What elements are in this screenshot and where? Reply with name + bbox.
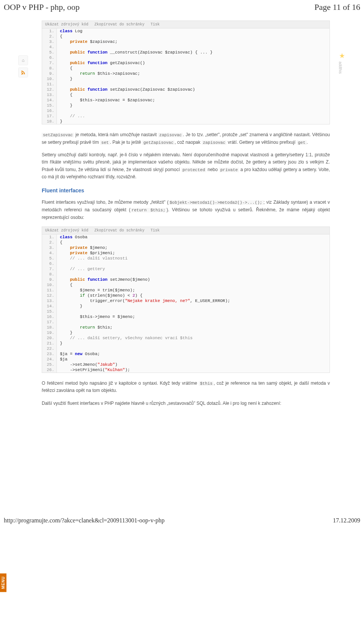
left-sidebar-icons: ⌂ (18, 55, 29, 80)
code-toolbar: Ukázat zdrojový kód Zkopírovat do schrán… (42, 227, 329, 234)
code-lines: 1.class Osoba 2.{ 3. private $jmeno; 4. … (42, 234, 329, 373)
paragraph-fluent-2: O řetězení metod bylo napsáno již v kapi… (42, 380, 330, 395)
footer-gap (0, 416, 364, 515)
code-toolbar: Ukázat zdrojový kód Zkopírovat do schrán… (42, 21, 329, 28)
paragraph-setters-1: setZapisovac je metoda, která nám umožňu… (42, 131, 330, 146)
document-header: OOP v PHP - php, oop Page 11 of 16 (0, 0, 364, 14)
paragraph-fluent-1: Fluent interfaces využívají toho, že můž… (42, 199, 330, 221)
footer-url: http://programujte.com/?akce=clanek&cl=2… (4, 517, 165, 524)
copy-link[interactable]: Zkopírovat do schránky (94, 228, 144, 233)
print-link[interactable]: Tisk (151, 228, 160, 233)
doc-title: OOP v PHP - php, oop (4, 2, 80, 12)
document-footer: http://programujte.com/?akce=clanek&cl=2… (0, 515, 364, 528)
show-source-link[interactable]: Ukázat zdrojový kód (45, 228, 88, 233)
page-number: Page 11 of 16 (314, 2, 360, 12)
right-sidebar: ★ addthis (338, 52, 346, 74)
paragraph-fluent-3: Další využití fluent interfaces v PHP na… (42, 400, 330, 407)
paragraph-setters-2: Settery umožňují další kontroly, např. j… (42, 151, 330, 181)
content-area: ⌂ ★ addthis Ukázat zdrojový kód Zkopírov… (0, 14, 364, 416)
show-source-link[interactable]: Ukázat zdrojový kód (45, 22, 88, 27)
section-heading-fluent: Fluent interfaces (42, 187, 330, 193)
code-block-log: Ukázat zdrojový kód Zkopírovat do schrán… (42, 20, 330, 124)
rss-icon[interactable] (18, 68, 28, 77)
home-icon[interactable]: ⌂ (18, 55, 28, 65)
code-lines: 1.class Log 2.{ 3. private $zapisovac; 4… (42, 28, 329, 124)
copy-link[interactable]: Zkopírovat do schránky (94, 22, 144, 27)
favorite-star-icon[interactable]: ★ (339, 52, 345, 60)
footer-date: 17.12.2009 (333, 517, 360, 524)
print-link[interactable]: Tisk (151, 22, 160, 27)
code-block-osoba: Ukázat zdrojový kód Zkopírovat do schrán… (42, 226, 330, 373)
addthis-label: addthis (338, 61, 342, 74)
